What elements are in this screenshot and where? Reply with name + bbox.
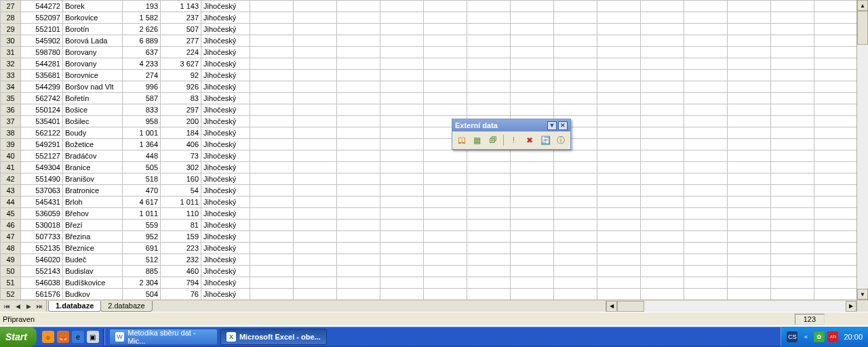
cell-empty[interactable] — [597, 243, 641, 254]
cell[interactable]: 544272 — [21, 1, 63, 12]
next-sheet-btn[interactable]: ▶ — [24, 302, 33, 311]
taskbar-excel-task[interactable]: X Microsoft Excel - obe... — [220, 329, 327, 345]
quicklaunch-icon-2[interactable]: 🦊 — [57, 331, 69, 343]
cell[interactable]: 958 — [123, 116, 161, 127]
cell-empty[interactable] — [250, 24, 294, 35]
cell-empty[interactable] — [424, 35, 467, 47]
table-row[interactable]: 52561576Budkov50476Jihočeský — [1, 289, 858, 300]
cell[interactable]: 224 — [161, 47, 201, 58]
cell-empty[interactable] — [814, 162, 858, 174]
cell-empty[interactable] — [814, 150, 858, 162]
cell-empty[interactable] — [250, 197, 294, 208]
table-row[interactable]: 40552127Bradáčov44873Jihočeský — [1, 150, 858, 162]
cell-empty[interactable] — [814, 231, 858, 243]
cell-empty[interactable] — [554, 12, 597, 24]
cell-empty[interactable] — [511, 104, 554, 116]
table-row[interactable]: 27544272Borek1931 143Jihočeský — [1, 1, 858, 12]
cell-empty[interactable] — [771, 162, 814, 174]
cell-empty[interactable] — [337, 47, 380, 58]
cell-empty[interactable] — [814, 35, 858, 47]
cell[interactable]: 274 — [123, 70, 161, 81]
cell-empty[interactable] — [814, 277, 858, 289]
cell-empty[interactable] — [337, 35, 380, 47]
cell-empty[interactable] — [641, 277, 684, 289]
cell-empty[interactable] — [511, 12, 554, 24]
cell-empty[interactable] — [641, 174, 684, 185]
cell[interactable]: Jihočeský — [201, 127, 250, 139]
cell-empty[interactable] — [294, 47, 337, 58]
cell-empty[interactable] — [424, 208, 467, 220]
cell-empty[interactable] — [684, 70, 728, 81]
cell-empty[interactable] — [511, 70, 554, 81]
cell-empty[interactable] — [424, 231, 467, 243]
cell-empty[interactable] — [380, 104, 424, 116]
cell-empty[interactable] — [641, 104, 684, 116]
cell-empty[interactable] — [511, 93, 554, 104]
edit-query-icon[interactable]: 🕮 — [455, 134, 468, 147]
cell-empty[interactable] — [250, 243, 294, 254]
cell[interactable]: 549304 — [21, 162, 63, 174]
cell-empty[interactable] — [424, 162, 467, 174]
cell-empty[interactable] — [597, 289, 641, 300]
cell-empty[interactable] — [337, 127, 380, 139]
cell[interactable]: 537063 — [21, 185, 63, 197]
hscroll-thumb[interactable] — [617, 301, 644, 312]
cell-empty[interactable] — [597, 162, 641, 174]
cell-empty[interactable] — [597, 93, 641, 104]
cell-empty[interactable] — [337, 116, 380, 127]
cell-empty[interactable] — [337, 150, 380, 162]
cell-empty[interactable] — [597, 116, 641, 127]
cell-empty[interactable] — [424, 220, 467, 231]
cell-empty[interactable] — [728, 58, 771, 70]
cell-empty[interactable] — [380, 81, 424, 93]
cell-empty[interactable] — [250, 289, 294, 300]
cell[interactable]: 92 — [161, 70, 201, 81]
cell-empty[interactable] — [424, 174, 467, 185]
cell[interactable]: Bratronice — [63, 185, 123, 197]
cell-empty[interactable] — [814, 58, 858, 70]
row-header[interactable]: 52 — [1, 289, 21, 300]
cell-empty[interactable] — [380, 220, 424, 231]
cell[interactable]: 885 — [123, 266, 161, 277]
cell-empty[interactable] — [424, 104, 467, 116]
cell-empty[interactable] — [380, 277, 424, 289]
cell[interactable]: Jihočeský — [201, 12, 250, 24]
cell-empty[interactable] — [337, 243, 380, 254]
cell[interactable]: Branišov — [63, 174, 123, 185]
cell-empty[interactable] — [294, 58, 337, 70]
cell-empty[interactable] — [641, 81, 684, 93]
cell[interactable]: 552143 — [21, 266, 63, 277]
cell-empty[interactable] — [814, 24, 858, 35]
cell-empty[interactable] — [467, 208, 511, 220]
cell-empty[interactable] — [424, 150, 467, 162]
cell-empty[interactable] — [684, 24, 728, 35]
cell-empty[interactable] — [337, 162, 380, 174]
cell-empty[interactable] — [424, 47, 467, 58]
cell-empty[interactable] — [728, 47, 771, 58]
cell[interactable]: Jihočeský — [201, 104, 250, 116]
cell-empty[interactable] — [424, 185, 467, 197]
cell-empty[interactable] — [294, 208, 337, 220]
cell-empty[interactable] — [728, 139, 771, 150]
cell-empty[interactable] — [424, 197, 467, 208]
cell-empty[interactable] — [597, 150, 641, 162]
table-row[interactable]: 48552135Březnice691223Jihočeský — [1, 243, 858, 254]
cell-empty[interactable] — [467, 150, 511, 162]
cell-empty[interactable] — [250, 58, 294, 70]
cell-empty[interactable] — [250, 277, 294, 289]
cell-empty[interactable] — [597, 139, 641, 150]
toolbar-titlebar[interactable]: Externí data ▼ ✕ — [452, 119, 570, 131]
cell[interactable]: 2 304 — [123, 277, 161, 289]
cell[interactable]: 552135 — [21, 243, 63, 254]
cell-empty[interactable] — [467, 289, 511, 300]
cell-empty[interactable] — [424, 24, 467, 35]
cell[interactable]: Jihočeský — [201, 277, 250, 289]
cell-empty[interactable] — [511, 220, 554, 231]
table-row[interactable]: 43537063Bratronice47054Jihočeský — [1, 185, 858, 197]
cell-empty[interactable] — [380, 289, 424, 300]
cell-empty[interactable] — [771, 266, 814, 277]
cell-empty[interactable] — [771, 24, 814, 35]
cell-empty[interactable] — [380, 24, 424, 35]
cell-empty[interactable] — [597, 197, 641, 208]
cell-empty[interactable] — [250, 231, 294, 243]
